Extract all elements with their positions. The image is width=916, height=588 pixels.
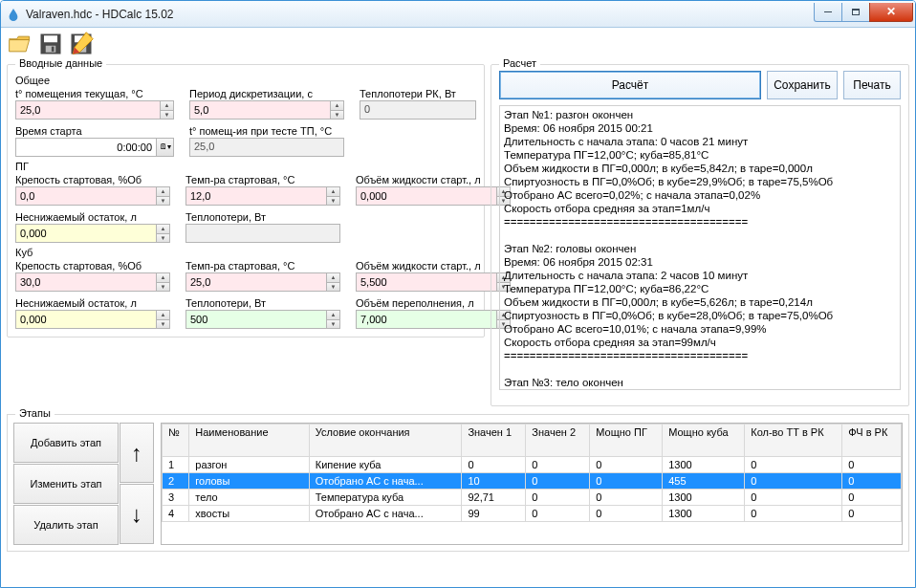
stages-group: Этапы Добавить этап Изменить этап Удалит… — [7, 414, 909, 552]
input-group: Вводные данные Общее t° помещения текуща… — [7, 64, 485, 338]
value-heatloss-rk: 0 — [360, 100, 476, 120]
input-cube-overflow[interactable]: ▲▼ — [356, 310, 511, 329]
label-cube-heatloss: Теплопотери, Вт — [185, 297, 340, 309]
table-row[interactable]: 2головыОтобрано АС с нача...100045500 — [163, 473, 902, 490]
spin-down-icon: ▼ — [161, 111, 173, 120]
value-t-room-test: 25,0 — [189, 138, 344, 157]
open-icon[interactable] — [7, 31, 33, 57]
label-pg-min-remain: Неснижаемый остаток, л — [15, 211, 170, 223]
th-pcube[interactable]: Мощно куба — [663, 425, 745, 457]
th-fch[interactable]: ФЧ в РК — [842, 425, 902, 457]
app-icon — [7, 8, 20, 21]
calc-group: Расчет Расчёт Сохранить Печать Этап №1: … — [491, 64, 909, 406]
label-t-room-test: t° помещ-ия при тесте ТП, °С — [189, 125, 344, 137]
input-pg-min-remain[interactable]: ▲▼ — [15, 224, 170, 243]
calc-button[interactable]: Расчёт — [499, 71, 761, 99]
calc-group-title: Расчет — [499, 57, 540, 69]
svg-rect-2 — [46, 46, 56, 53]
input-cube-heatloss[interactable]: ▲▼ — [185, 310, 340, 329]
input-t-room-cur[interactable]: ▲▼ — [15, 100, 174, 120]
label-cube-overflow: Объём переполнения, л — [356, 297, 511, 309]
th-name[interactable]: Наименование — [189, 425, 309, 457]
label-pg-strength: Крепость стартовая, %Об — [15, 174, 170, 185]
input-pg-temp[interactable]: ▲▼ — [185, 186, 340, 206]
delete-stage-button[interactable]: Удалить этап — [13, 505, 119, 545]
titlebar: Valraven.hdc - HDCalc 15.02 ✕ — [1, 1, 915, 28]
label-cube-temp: Темп-ра стартовая, °С — [185, 260, 340, 272]
input-cube-vol[interactable]: ▲▼ — [356, 272, 511, 292]
th-cond[interactable]: Условие окончания — [309, 425, 462, 457]
label-cube-min-remain: Неснижаемый остаток, л — [15, 297, 170, 309]
input-cube-temp[interactable]: ▲▼ — [185, 272, 340, 292]
print-button[interactable]: Печать — [843, 71, 901, 99]
input-start-time[interactable]: 🗓▾ — [15, 138, 174, 157]
window-title: Valraven.hdc - HDCalc 15.02 — [26, 8, 815, 21]
input-group-title: Вводные данные — [15, 57, 106, 69]
general-section-title: Общее — [15, 75, 476, 86]
label-period: Период дискретизации, с — [189, 88, 344, 99]
stages-table[interactable]: № Наименование Условие окончания Значен … — [161, 423, 903, 545]
input-pg-vol[interactable]: ▲▼ — [356, 186, 511, 206]
minimize-button[interactable] — [814, 3, 842, 22]
label-pg-temp: Темп-ра стартовая, °С — [185, 174, 340, 185]
svg-rect-1 — [44, 35, 57, 42]
th-v2[interactable]: Значен 2 — [526, 425, 590, 457]
edit-stage-button[interactable]: Изменить этап — [13, 464, 119, 504]
save-result-button[interactable]: Сохранить — [767, 71, 838, 99]
calendar-drop-icon: 🗓▾ — [156, 139, 173, 156]
table-row[interactable]: 4хвостыОтобрано АС с нача...9900130000 — [163, 506, 902, 522]
input-pg-strength[interactable]: ▲▼ — [15, 186, 170, 206]
label-start-time: Время старта — [15, 125, 174, 137]
cube-section-title: Куб — [15, 247, 476, 258]
table-row[interactable]: 3телоТемпература куба92,7100130000 — [163, 490, 902, 506]
label-t-room-cur: t° помещения текущая, °С — [15, 88, 174, 99]
save-icon[interactable] — [37, 31, 64, 57]
close-button[interactable]: ✕ — [869, 3, 913, 22]
label-cube-strength: Крепость стартовая, %Об — [15, 260, 170, 272]
move-up-button[interactable]: ↑ — [120, 423, 154, 483]
maximize-button[interactable] — [841, 3, 870, 22]
value-pg-heatloss — [185, 224, 340, 243]
th-n[interactable]: № — [163, 425, 189, 457]
input-cube-min-remain[interactable]: ▲▼ — [15, 310, 170, 329]
toolbar — [1, 28, 915, 60]
input-cube-strength[interactable]: ▲▼ — [15, 272, 170, 292]
pg-section-title: ПГ — [15, 161, 476, 172]
label-cube-vol: Объём жидкости старт., л — [356, 260, 511, 272]
th-tt[interactable]: Кол-во ТТ в РК — [745, 425, 842, 457]
save-as-icon[interactable] — [68, 31, 95, 57]
table-row[interactable]: 1разгонКипение куба000130000 — [163, 457, 902, 473]
report-text[interactable]: Этап №1: разгон окончен Время: 06 ноября… — [499, 105, 901, 390]
svg-rect-3 — [52, 47, 55, 52]
spin-up-icon: ▲ — [161, 101, 173, 111]
label-pg-vol: Объём жидкости старт., л — [356, 174, 511, 185]
th-ppg[interactable]: Мощно ПГ — [590, 425, 663, 457]
stages-group-title: Этапы — [15, 407, 55, 419]
label-pg-heatloss: Теплопотери, Вт — [185, 211, 340, 223]
move-down-button[interactable]: ↓ — [120, 484, 154, 544]
add-stage-button[interactable]: Добавить этап — [13, 423, 119, 463]
th-v1[interactable]: Значен 1 — [462, 425, 526, 457]
label-heatloss-rk: Теплопотери РК, Вт — [360, 88, 476, 99]
input-period[interactable]: ▲▼ — [189, 100, 344, 120]
